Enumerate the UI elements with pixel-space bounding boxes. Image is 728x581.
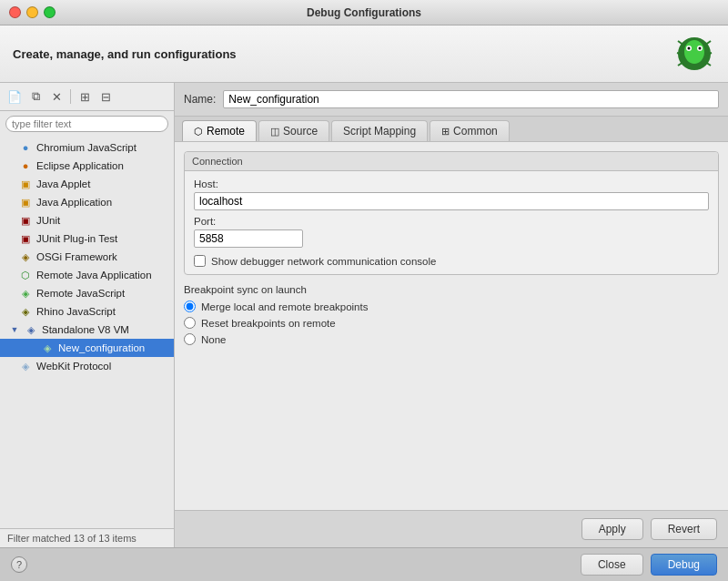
svg-point-4 [688, 47, 691, 50]
new-config-button[interactable]: 📄 [5, 87, 24, 106]
filter-input[interactable] [5, 116, 168, 132]
connection-section-body: Host: Port: Show debugger network commun… [185, 171, 718, 274]
port-label: Port: [194, 216, 709, 227]
footer: ? Close Debug [0, 547, 728, 581]
tab-label: Source [283, 125, 318, 138]
breakpoint-section: Breakpoint sync on launch Merge local an… [184, 284, 719, 345]
osgi-icon: ◈ [18, 250, 33, 264]
sidebar-item-label: Java Applet [36, 178, 90, 189]
maximize-window-button[interactable] [44, 6, 56, 18]
eclipse-icon: ● [18, 158, 33, 173]
remote-js-icon: ◈ [18, 286, 33, 301]
revert-button[interactable]: Revert [651, 518, 717, 540]
common-tab-icon: ⊞ [441, 126, 450, 138]
standalone-icon: ◈ [24, 322, 38, 337]
rhino-icon: ◈ [18, 304, 33, 319]
java-applet-icon: ▣ [18, 177, 33, 191]
sidebar-item-label: Java Application [36, 197, 112, 208]
webkit-icon: ◈ [18, 359, 33, 373]
remote-java-icon: ⬡ [18, 268, 33, 282]
sidebar-item-label: Rhino JavaScript [36, 306, 116, 317]
source-tab-icon: ◫ [270, 126, 279, 138]
sidebar-item-label: New_configuration [58, 342, 145, 353]
host-label: Host: [194, 178, 709, 189]
tab-common[interactable]: ⊞ Common [430, 120, 510, 141]
app-logo [673, 33, 715, 75]
tab-label: Common [453, 125, 498, 138]
sidebar-toolbar: 📄 ⧉ ✕ ⊞ ⊟ [0, 83, 174, 111]
apply-button[interactable]: Apply [581, 518, 643, 540]
radio-merge-label: Merge local and remote breakpoints [201, 301, 368, 312]
collapse-button[interactable]: ⊟ [96, 87, 115, 106]
toolbar-separator [70, 89, 71, 104]
sidebar-item-label: Eclipse Application [36, 160, 124, 171]
show-debugger-row: Show debugger network communication cons… [194, 255, 709, 267]
sidebar-item-chromium[interactable]: ● Chromium JavaScript [0, 138, 174, 157]
window-title: Debug Configurations [307, 6, 421, 19]
sidebar-item-osgi[interactable]: ◈ OSGi Framework [0, 248, 174, 266]
filter-status: Filter matched 13 of 13 items [7, 533, 136, 544]
header: Create, manage, and run configurations [0, 25, 728, 83]
sidebar-item-label: JUnit [36, 215, 60, 226]
remote-tab-icon: ⬡ [194, 126, 203, 138]
header-subtitle: Create, manage, and run configurations [13, 47, 237, 61]
tab-label: Remote [207, 125, 245, 138]
sidebar-item-webkit[interactable]: ◈ WebKit Protocol [0, 357, 174, 375]
radio-reset[interactable] [184, 317, 196, 329]
filter-button[interactable]: ⊞ [76, 87, 94, 106]
sidebar-item-junit-plugin[interactable]: ▣ JUnit Plug-in Test [0, 229, 174, 248]
tab-content-remote: Connection Host: Port: Show debugger net… [175, 142, 728, 510]
sidebar-item-java-applet[interactable]: ▣ Java Applet [0, 175, 174, 193]
sidebar-item-label: Chromium JavaScript [36, 142, 136, 153]
radio-reset-label: Reset breakpoints on remote [201, 318, 336, 329]
sidebar-item-remote-java[interactable]: ⬡ Remote Java Application [0, 266, 174, 284]
radio-none-row: None [184, 333, 719, 345]
radio-none[interactable] [184, 333, 196, 345]
name-input[interactable] [223, 90, 719, 108]
bottom-bar: Apply Revert [175, 510, 728, 547]
radio-merge-row: Merge local and remote breakpoints [184, 301, 719, 312]
window-controls[interactable] [9, 6, 56, 18]
title-bar: Debug Configurations [0, 0, 728, 25]
close-window-button[interactable] [9, 6, 21, 18]
minimize-window-button[interactable] [26, 6, 38, 18]
name-label: Name: [184, 93, 216, 106]
right-panel: Name: ⬡ Remote ◫ Source Script Mapping ⊞ [175, 83, 728, 547]
tab-label: Script Mapping [343, 125, 416, 138]
sidebar-item-label: Standalone V8 VM [42, 324, 129, 335]
debug-button[interactable]: Debug [651, 554, 717, 576]
host-input[interactable] [194, 192, 709, 210]
help-button[interactable]: ? [11, 556, 27, 573]
tab-script-mapping[interactable]: Script Mapping [331, 120, 428, 141]
connection-section-title: Connection [185, 152, 718, 171]
connection-section: Connection Host: Port: Show debugger net… [184, 151, 719, 275]
show-debugger-label: Show debugger network communication cons… [211, 256, 436, 267]
sidebar-item-label: OSGi Framework [36, 251, 117, 262]
tab-source[interactable]: ◫ Source [258, 120, 329, 141]
svg-point-1 [684, 40, 704, 64]
sidebar-item-java-app[interactable]: ▣ Java Application [0, 193, 174, 211]
show-debugger-checkbox[interactable] [194, 255, 206, 267]
tab-remote[interactable]: ⬡ Remote [182, 120, 257, 141]
delete-config-button[interactable]: ✕ [47, 87, 66, 106]
copy-config-button[interactable]: ⧉ [26, 87, 45, 106]
radio-merge[interactable] [184, 301, 196, 312]
sidebar-list: ● Chromium JavaScript ● Eclipse Applicat… [0, 137, 174, 528]
sidebar-item-standalone-group[interactable]: ▼ ◈ Standalone V8 VM [0, 321, 174, 339]
port-input[interactable] [194, 229, 303, 248]
junit-plugin-icon: ▣ [18, 231, 33, 246]
sidebar-item-label: JUnit Plug-in Test [36, 233, 117, 244]
sidebar-item-rhino[interactable]: ◈ Rhino JavaScript [0, 302, 174, 321]
tabs-bar: ⬡ Remote ◫ Source Script Mapping ⊞ Commo… [175, 117, 728, 142]
sidebar-item-new-config[interactable]: ◈ New_configuration [0, 339, 174, 357]
sidebar-item-junit[interactable]: ▣ JUnit [0, 211, 174, 229]
close-button[interactable]: Close [581, 554, 643, 576]
sidebar-item-remote-js[interactable]: ◈ Remote JavaScript [0, 284, 174, 302]
junit-icon: ▣ [18, 213, 33, 228]
footer-buttons: Close Debug [581, 554, 717, 576]
breakpoint-title: Breakpoint sync on launch [184, 284, 719, 295]
sidebar-footer: Filter matched 13 of 13 items [0, 528, 174, 547]
expand-arrow-icon: ▼ [7, 322, 22, 337]
sidebar-item-eclipse[interactable]: ● Eclipse Application [0, 157, 174, 175]
sidebar-item-label: WebKit Protocol [36, 361, 111, 372]
